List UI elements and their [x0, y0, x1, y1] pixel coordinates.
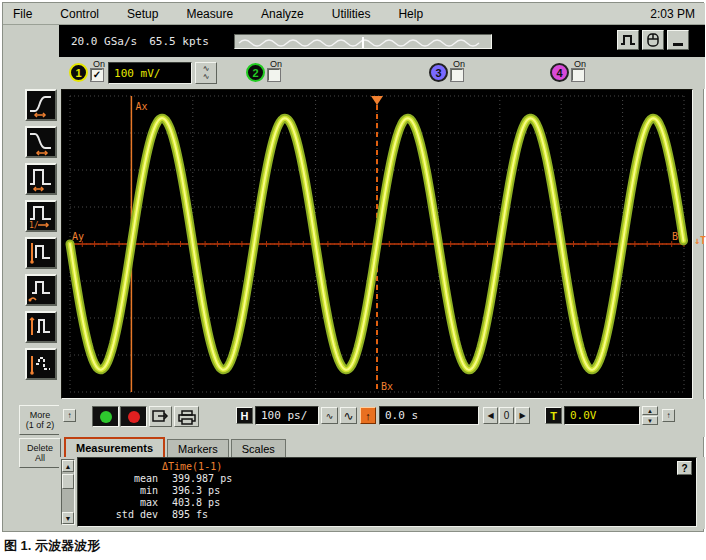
channel-3-on-label: On — [453, 60, 465, 69]
trigger-button[interactable]: T — [545, 407, 562, 424]
menu-bar: File Control Setup Measure Analyze Utili… — [3, 3, 705, 25]
channel-1-button[interactable]: 1 — [69, 63, 88, 82]
collapse-right-button[interactable]: ↑ — [662, 409, 675, 422]
memory-depth: 65.5 kpts — [149, 35, 209, 48]
print-button[interactable] — [174, 406, 199, 427]
channel-4-group: 4 On — [550, 60, 586, 82]
pulse-width-button[interactable] — [25, 163, 57, 195]
oscilloscope-window: File Control Setup Measure Analyze Utili… — [2, 2, 704, 532]
tab-markers[interactable]: Markers — [167, 439, 229, 457]
stat-value: 895 fs — [172, 509, 232, 520]
menu-analyze[interactable]: Analyze — [261, 7, 304, 21]
channel-3-group: 3 On — [429, 60, 465, 82]
channel-4-button[interactable]: 4 — [550, 63, 569, 82]
menu-setup[interactable]: Setup — [127, 7, 158, 21]
period-button[interactable] — [25, 237, 57, 269]
level-up-button[interactable]: ▲ — [642, 406, 658, 415]
delete-all-label-2: All — [35, 453, 45, 463]
channel-3-button[interactable]: 3 — [429, 63, 448, 82]
channel-1-on-checkbox[interactable] — [91, 69, 103, 81]
tab-measurements[interactable]: Measurements — [64, 437, 165, 457]
scroll-down-button[interactable]: ▼ — [62, 512, 74, 524]
nudge-left-button[interactable]: ◀ — [483, 407, 498, 424]
mouse-pointer-button[interactable] — [642, 30, 664, 50]
screen-copy-icon — [151, 409, 170, 424]
trigger-position-button[interactable]: ↑ — [360, 407, 376, 424]
delete-all-label-1: Delete — [27, 443, 53, 453]
menu-control[interactable]: Control — [60, 7, 99, 21]
svg-text:1/: 1/ — [29, 221, 39, 230]
timebase-field[interactable]: 100 ps/ — [255, 406, 319, 425]
channel-2-on-label: On — [270, 60, 282, 69]
channel-1-coupling-button[interactable]: ∿∿ — [195, 62, 217, 84]
pulse-mode-button[interactable] — [617, 30, 639, 50]
channel-2-group: 2 On — [246, 60, 282, 82]
memory-waveform-icon — [235, 36, 491, 49]
scroll-up-button[interactable]: ▲ — [62, 460, 74, 472]
stat-value: 403.8 ps — [172, 497, 232, 508]
more-button-page: (1 of 2) — [26, 420, 55, 430]
menu-measure[interactable]: Measure — [186, 7, 233, 21]
stat-label: std dev — [78, 509, 158, 520]
scroll-thumb[interactable] — [62, 474, 74, 489]
printer-icon — [177, 409, 197, 425]
stat-value: 396.3 ps — [172, 485, 232, 496]
figure-caption: 图 1. 示波器波形 — [4, 537, 100, 555]
zoom-in-wave-button[interactable]: ∿ — [340, 407, 357, 424]
delta-time-button[interactable] — [25, 348, 57, 380]
trigger-delay-field[interactable]: 0.0 s — [379, 406, 479, 425]
pulse-icon — [619, 33, 637, 47]
frequency-icon: 1/ — [27, 202, 55, 230]
measurements-scrollbar[interactable]: ▲ ▼ — [61, 459, 75, 525]
nudge-zero-button[interactable]: 0 — [499, 407, 514, 424]
page: File Control Setup Measure Analyze Utili… — [0, 0, 706, 560]
channel-2-button[interactable]: 2 — [246, 63, 265, 82]
delay-button[interactable] — [25, 274, 57, 306]
zoom-out-wave-button[interactable]: ∿ — [321, 407, 338, 424]
menu-file[interactable]: File — [13, 7, 32, 21]
level-down-button[interactable]: ▼ — [642, 416, 658, 425]
horizontal-button[interactable]: H — [236, 407, 253, 424]
measurement-name: ΔTime(1-1) — [162, 461, 222, 472]
trigger-level-field[interactable]: 0.0V — [564, 406, 640, 425]
rise-time-button[interactable] — [25, 89, 57, 121]
period-icon — [27, 239, 55, 267]
collapse-left-button[interactable]: ↑ — [63, 409, 76, 422]
help-button[interactable]: ? — [677, 461, 692, 475]
time-at-edge-button[interactable] — [25, 311, 57, 343]
waveform-display[interactable]: AxAyBxB — [61, 89, 693, 399]
minimize-button[interactable] — [667, 30, 689, 50]
nudge-right-button[interactable]: ▶ — [515, 407, 530, 424]
channel-3-on-checkbox[interactable] — [451, 69, 463, 81]
tab-scales[interactable]: Scales — [231, 439, 286, 457]
memory-preview-bar[interactable] — [234, 34, 492, 49]
delay-icon — [27, 276, 55, 304]
rise-time-icon — [27, 91, 55, 119]
channel-4-on-checkbox[interactable] — [572, 69, 584, 81]
run-button[interactable] — [92, 406, 119, 427]
menu-utilities[interactable]: Utilities — [332, 7, 371, 21]
stop-button[interactable] — [120, 406, 147, 427]
sample-rate: 20.0 GSa/s — [71, 35, 137, 48]
fall-time-button[interactable] — [25, 126, 57, 158]
svg-text:B: B — [672, 231, 678, 242]
menu-help[interactable]: Help — [398, 7, 423, 21]
delete-all-button[interactable]: Delete All — [19, 438, 61, 468]
tab-row: Measurements Markers Scales — [59, 437, 705, 457]
run-icon — [100, 411, 112, 423]
channel-1-group: 1 On 100 mV/ ∿∿ — [69, 60, 217, 84]
svg-text:Bx: Bx — [381, 381, 393, 392]
trigger-level-indicator[interactable]: ↓T — [694, 235, 706, 246]
channel-4-on-label: On — [574, 60, 586, 69]
channel-1-scale-field[interactable]: 100 mV/ — [108, 62, 192, 84]
frequency-button[interactable]: 1/ — [25, 200, 57, 232]
more-button[interactable]: More (1 of 2) — [19, 405, 61, 435]
measurements-readout: ΔTime(1-1) mean 399.987 ps min 396.3 ps … — [77, 457, 697, 527]
stat-value: 399.987 ps — [172, 473, 232, 484]
clock: 2:03 PM — [650, 7, 695, 21]
screen-copy-button[interactable] — [149, 406, 172, 427]
delta-time-icon — [27, 350, 55, 378]
channel-2-on-checkbox[interactable] — [268, 69, 280, 81]
stop-icon — [128, 411, 140, 423]
horizontal-trigger-bar: ↑ H 100 ps/ — [59, 399, 705, 437]
